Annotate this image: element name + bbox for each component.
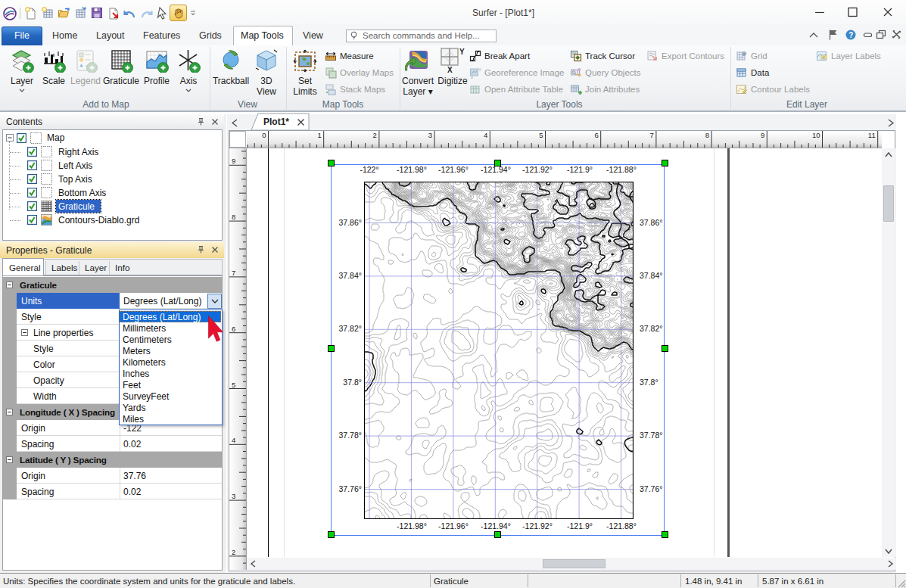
svg-text:6: 6 (232, 325, 235, 333)
svg-text:2: 2 (232, 548, 235, 556)
svg-text:5: 5 (232, 381, 235, 389)
svg-text:7: 7 (650, 131, 654, 139)
svg-text:5: 5 (539, 131, 543, 139)
svg-text:3: 3 (232, 492, 235, 500)
svg-text:?: ? (848, 31, 853, 39)
svg-text:7: 7 (232, 269, 235, 277)
svg-text:9: 9 (761, 131, 764, 139)
svg-text:9: 9 (232, 157, 235, 165)
svg-text:8: 8 (705, 131, 709, 139)
svg-text:X: X (447, 66, 453, 74)
svg-text:Y: Y (478, 67, 481, 72)
svg-text:8: 8 (232, 213, 235, 221)
svg-text:6: 6 (594, 131, 598, 139)
svg-text:Y: Y (459, 48, 465, 56)
svg-text:4: 4 (232, 436, 235, 444)
svg-text:11: 11 (868, 131, 876, 139)
svg-text:4: 4 (484, 131, 487, 139)
svg-text:0: 0 (262, 131, 266, 139)
svg-text:2: 2 (373, 131, 377, 139)
svg-text:1: 1 (317, 131, 321, 139)
svg-text:10: 10 (812, 131, 820, 139)
svg-text:x: x (471, 75, 473, 79)
svg-text:3: 3 (428, 131, 432, 139)
